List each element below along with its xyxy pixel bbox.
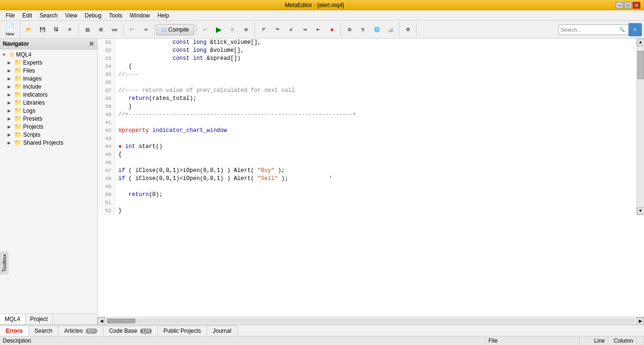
menu-file[interactable]: File (2, 11, 18, 20)
menu-window[interactable]: Window (126, 11, 154, 20)
run-to-button[interactable]: ⇥ (298, 23, 311, 36)
code-area[interactable]: 31 32 33 34 35 36 37 38 39 40 41 42 43 4… (98, 39, 644, 317)
horizontal-scrollbar[interactable]: ◀ ▶ (98, 317, 644, 324)
search-input[interactable] (559, 27, 615, 33)
folder-icon: 📁 (14, 115, 22, 122)
tree-item-shared-projects[interactable]: ▶ 📁 Shared Projects (1, 139, 96, 147)
menu-view[interactable]: View (61, 11, 81, 20)
toolbox-tab[interactable]: Toolbox (0, 252, 8, 274)
back-button[interactable]: ⬸ (125, 23, 139, 36)
code-line-48: if ( iClose(0,0,1)<iOpen(0,0,1) ) Alert(… (118, 175, 633, 183)
tree-item-libraries[interactable]: ▶ 📁 Libraries (1, 99, 96, 107)
minimize-button[interactable]: ─ (616, 2, 623, 8)
folder-icon: 📁 (14, 91, 22, 98)
tab-search[interactable]: Search (29, 326, 58, 336)
nav-tab-project[interactable]: Project (25, 314, 53, 324)
expand-icon: ▶ (8, 100, 14, 105)
expand-icon: ▶ (8, 140, 14, 145)
open-button[interactable]: 📂 (22, 23, 35, 36)
navigator-title: Navigator (3, 41, 29, 47)
tree-item-include[interactable]: ▶ 📁 Include (1, 82, 96, 90)
code-line-36 (118, 79, 633, 87)
menu-search[interactable]: Search (36, 11, 61, 20)
scroll-thumb[interactable] (637, 51, 644, 79)
code-line-44: ● int start() (118, 143, 633, 151)
tree-item-logs[interactable]: ▶ 📁 Logs (1, 107, 96, 115)
code-line-37: //---- return value of prev_calculated f… (118, 87, 633, 95)
menu-edit[interactable]: Edit (18, 11, 36, 20)
save-button[interactable]: 💾 (36, 23, 49, 36)
copy-section-button[interactable]: ⧉ (343, 23, 356, 36)
paste-section-button[interactable]: ⎘ (356, 23, 370, 36)
extra-button[interactable]: ≡ (628, 23, 642, 36)
menu-debug[interactable]: Debug (81, 11, 105, 20)
col-line: Line (580, 337, 608, 345)
pause-button[interactable]: ⏸ (226, 23, 239, 36)
tree-item-projects[interactable]: ▶ 📁 Projects (1, 123, 96, 131)
compile-button[interactable]: ⬡ Compile (157, 24, 194, 35)
settings-button[interactable]: ⚙ (401, 23, 414, 36)
tree-item-presets[interactable]: ▶ 📁 Presets (1, 115, 96, 123)
menu-help[interactable]: Help (154, 11, 173, 20)
folder-icon: 📁 (14, 123, 22, 130)
browser-button[interactable]: 🌐 (370, 23, 383, 36)
scrollbar-thumb[interactable] (107, 319, 135, 323)
tab-articles[interactable]: Articles 865 (58, 326, 103, 336)
stop-button[interactable]: ⏹ (239, 23, 253, 36)
navigator-close-button[interactable]: ✕ (89, 40, 94, 48)
close-button[interactable]: ✕ (633, 2, 640, 8)
close-file-button[interactable]: ✕ (63, 23, 76, 36)
code-line-45: { (118, 151, 633, 159)
forward-button[interactable]: ⇒ (139, 23, 152, 36)
jump-button[interactable]: ⇤ (312, 23, 325, 36)
tree-item-files[interactable]: ▶ 📁 Files (1, 66, 96, 74)
compile-label: Compile (168, 26, 189, 33)
scroll-down-button[interactable]: ▼ (637, 207, 644, 215)
var-button[interactable]: var (108, 23, 121, 36)
step-out-button[interactable]: ↲ (284, 23, 297, 36)
tab-public-projects[interactable]: Public Projects (158, 326, 207, 336)
scrollbar-track[interactable] (107, 319, 635, 323)
window-title: MetaEditor - [alert.mq4] (285, 2, 344, 8)
new-label: New (6, 32, 14, 36)
scroll-col (636, 337, 644, 345)
break-button[interactable]: ■ (325, 23, 339, 36)
scroll-right-button[interactable]: ▶ (636, 317, 644, 325)
maximize-button[interactable]: □ (624, 2, 632, 8)
tab-errors[interactable]: Errors (0, 326, 29, 336)
menu-tools[interactable]: Tools (105, 11, 126, 20)
run-button[interactable]: ▶ (212, 23, 225, 36)
tab-codebase[interactable]: Code Base 129 (103, 326, 157, 336)
tree-item-scripts[interactable]: ▶ 📁 Scripts (1, 131, 96, 139)
step-over-button[interactable]: ↷ (271, 23, 284, 36)
view-split-button[interactable]: ⊞ (94, 23, 107, 36)
tree-item-experts[interactable]: ▶ 📁 Experts (1, 58, 96, 66)
tab-journal[interactable]: Journal (207, 326, 237, 336)
expand-icon: ▶ (8, 68, 14, 73)
scroll-left-button[interactable]: ◀ (98, 317, 105, 325)
scroll-track[interactable] (637, 46, 644, 207)
nav-tab-mql4[interactable]: MQL4 (0, 314, 25, 324)
tree-root-mql4[interactable]: ▼ 🖥 MQL4 (1, 50, 96, 58)
folder-icon: 📁 (14, 67, 22, 74)
tree-item-indicators[interactable]: ▶ 📁 Indicators (1, 90, 96, 99)
undo-button[interactable]: ↩ (198, 23, 212, 36)
toolbar-file-group: 📂 💾 🖫 ✕ (22, 23, 79, 36)
chart-button[interactable]: 📊 (384, 23, 397, 36)
navigator-panel: Navigator ✕ ▼ 🖥 MQL4 ▶ 📁 Experts ▶ 📁 Fil… (0, 39, 98, 324)
new-button[interactable]: 📄 New (2, 21, 18, 38)
code-line-50: return(0); (118, 191, 633, 199)
step-in-button[interactable]: ↱ (257, 23, 270, 36)
tree-label-files: Files (23, 67, 35, 74)
save-all-button[interactable]: 🖫 (50, 23, 63, 36)
compile-icon: ⬡ (162, 26, 166, 33)
view-code-button[interactable]: ▤ (81, 23, 94, 36)
folder-icon: 🖥 (8, 51, 15, 58)
code-line-47: if ( iClose(0,0,1)>iOpen(0,0,1) ) Alert(… (118, 167, 633, 175)
toolbar-view-group: ▤ ⊞ var (81, 23, 124, 36)
tree-root-label: MQL4 (16, 51, 32, 58)
tree-item-images[interactable]: ▶ 📁 Images (1, 74, 96, 82)
scroll-up-button[interactable]: ▲ (637, 39, 644, 46)
search-icon[interactable]: 🔍 (615, 23, 628, 36)
vertical-scrollbar[interactable]: ▲ ▼ (636, 39, 644, 215)
